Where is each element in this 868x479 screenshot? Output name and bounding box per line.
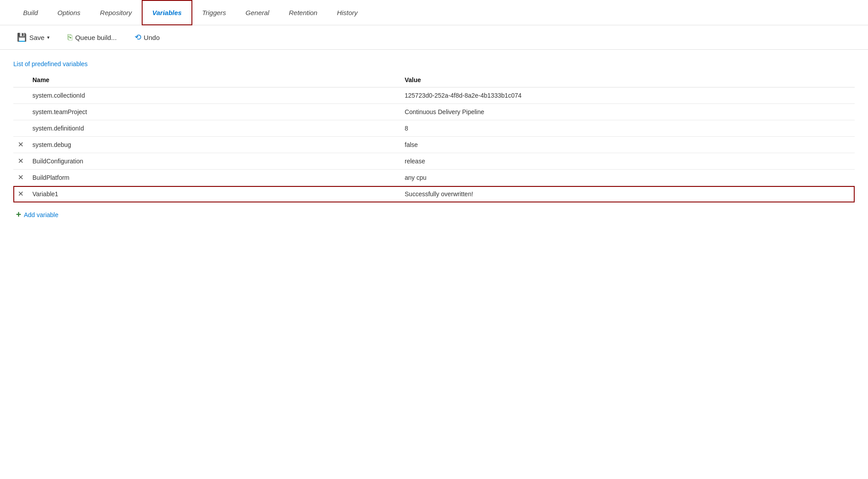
variable-value: any cpu [400,170,855,186]
predefined-variables-link[interactable]: List of predefined variables [13,60,88,67]
add-icon: + [16,210,21,220]
tab-options[interactable]: Options [48,1,90,24]
undo-button[interactable]: ⟲ Undo [131,31,163,44]
tab-retention[interactable]: Retention [279,1,327,24]
variable-name: system.collectionId [28,87,400,104]
undo-icon: ⟲ [135,32,141,42]
table-row: ✕Variable1Successfully overwritten! [13,186,855,202]
save-dropdown-icon[interactable]: ▾ [47,35,50,40]
tab-bar: BuildOptionsRepositoryVariablesTriggersG… [0,0,868,25]
table-row: system.teamProjectContinuous Delivery Pi… [13,104,855,120]
variable-value: 125723d0-252a-4f8d-8a2e-4b1333b1c074 [400,87,855,104]
table-row: system.collectionId125723d0-252a-4f8d-8a… [13,87,855,104]
variable-name: system.teamProject [28,104,400,120]
save-label: Save [29,34,44,41]
tab-build[interactable]: Build [13,1,48,24]
variable-name: system.debug [28,137,400,153]
tab-repository[interactable]: Repository [90,1,142,24]
delete-icon[interactable]: ✕ [18,190,24,198]
delete-icon[interactable]: ✕ [18,174,24,181]
col-value-header: Value [400,74,855,87]
queue-build-button[interactable]: ⎘ Queue build... [64,31,120,44]
variable-name: Variable1 [28,186,400,202]
tab-general[interactable]: General [236,1,279,24]
tab-variables[interactable]: Variables [142,0,192,25]
toolbar: 💾 Save ▾ ⎘ Queue build... ⟲ Undo [0,25,868,50]
queue-label: Queue build... [75,34,116,41]
add-variable-button[interactable]: + Add variable [13,208,855,222]
delete-icon[interactable]: ✕ [18,141,24,148]
variable-value: Successfully overwritten! [400,186,855,202]
main-content: List of predefined variables Name Value … [0,50,868,232]
variable-name: system.definitionId [28,120,400,137]
table-row: ✕BuildPlatformany cpu [13,170,855,186]
undo-label: Undo [144,34,160,41]
variable-value: 8 [400,120,855,137]
variables-table: Name Value system.collectionId125723d0-2… [13,74,855,202]
delete-icon[interactable]: ✕ [18,158,24,165]
add-variable-label: Add variable [24,211,59,218]
table-row: ✕BuildConfigurationrelease [13,153,855,170]
variable-name: BuildConfiguration [28,153,400,170]
variable-value: release [400,153,855,170]
variable-value: false [400,137,855,153]
table-row: system.definitionId8 [13,120,855,137]
table-row: ✕system.debugfalse [13,137,855,153]
tab-history[interactable]: History [327,1,367,24]
variable-name: BuildPlatform [28,170,400,186]
col-name-header: Name [28,74,400,87]
save-icon: 💾 [17,32,27,42]
tab-triggers[interactable]: Triggers [192,1,236,24]
variable-value: Continuous Delivery Pipeline [400,104,855,120]
save-button[interactable]: 💾 Save ▾ [13,31,53,44]
queue-icon: ⎘ [68,33,72,42]
